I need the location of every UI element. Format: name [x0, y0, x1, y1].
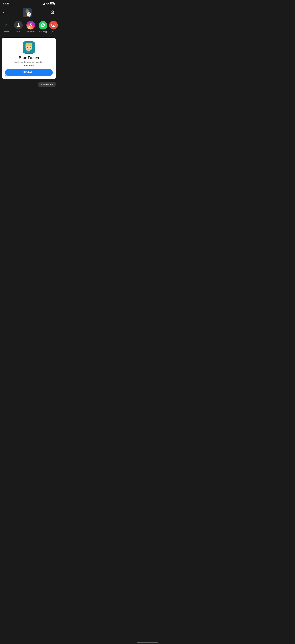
whatsapp-icon	[39, 21, 47, 30]
other-label: Other	[16, 30, 21, 32]
status-time: 08:59	[3, 2, 9, 5]
install-button[interactable]: INSTALL	[5, 69, 53, 76]
top-navigation: ‹	[0, 7, 58, 20]
share-item-instagram[interactable]: Instagram	[24, 21, 37, 32]
svg-rect-23	[26, 43, 29, 53]
battery-icon: 57	[50, 2, 54, 5]
ad-card: Blur Faces Gesichter im Foto ausblenden …	[2, 38, 56, 79]
email-icon	[49, 21, 58, 30]
share-item-whatsapp[interactable]: WhatsApp	[37, 21, 49, 32]
svg-point-20	[30, 47, 30, 47]
ad-info-button[interactable]: ⓘ	[6, 74, 8, 77]
svg-point-18	[30, 47, 30, 48]
email-label: E-m	[52, 30, 55, 32]
other-icon	[14, 21, 23, 30]
status-bar: 08:59 57	[0, 0, 58, 7]
remove-ads-button[interactable]: Remove ads	[38, 82, 56, 87]
status-icons: 57	[42, 2, 54, 5]
back-button[interactable]: ‹	[3, 10, 4, 15]
wifi-icon	[46, 2, 49, 5]
instagram-label: Instagram	[26, 30, 35, 32]
share-item-saved[interactable]: ✓ Saved	[0, 21, 12, 32]
signal-icon	[42, 2, 45, 5]
ad-store: App Store	[24, 64, 34, 66]
home-button[interactable]	[50, 10, 54, 15]
app-icon	[23, 8, 32, 17]
instagram-icon	[26, 21, 35, 30]
spacer	[0, 87, 58, 118]
share-row: ✓ Saved Other Instagram	[0, 20, 58, 35]
remove-ads-container: Remove ads	[0, 79, 58, 87]
share-item-other[interactable]: Other	[12, 21, 24, 32]
svg-point-10	[30, 24, 32, 26]
svg-point-11	[32, 24, 32, 24]
ad-app-icon	[23, 41, 35, 54]
svg-point-0	[47, 4, 48, 4]
whatsapp-label: WhatsApp	[39, 30, 47, 32]
divider	[0, 35, 58, 35]
saved-label: Saved	[4, 30, 9, 32]
share-item-email[interactable]: E-m	[49, 21, 58, 32]
svg-rect-12	[52, 24, 55, 26]
ad-subtitle: Gesichter im Foto ausblenden	[14, 61, 43, 64]
ad-close-button[interactable]: ✕	[4, 75, 6, 77]
ad-title: Blur Faces	[18, 56, 39, 60]
